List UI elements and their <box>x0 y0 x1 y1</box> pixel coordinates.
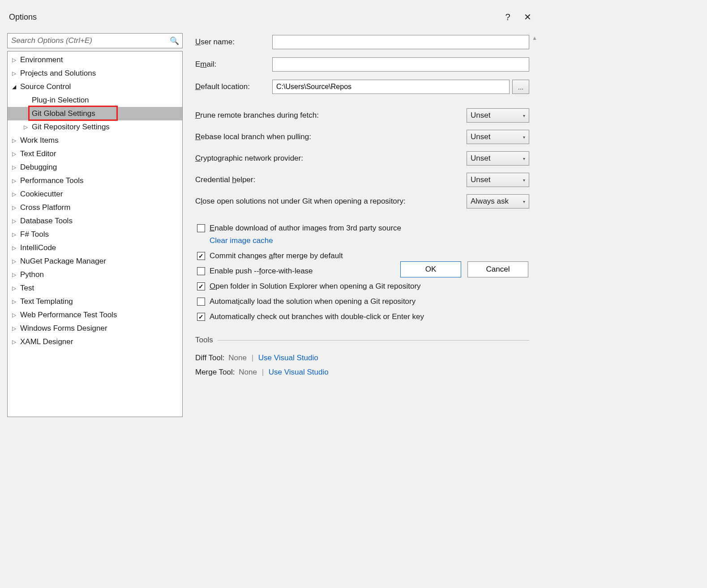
cancel-button[interactable]: Cancel <box>467 261 528 277</box>
scroll-up-icon[interactable]: ▲ <box>532 35 537 41</box>
tree-node[interactable]: ▷Text Editor <box>8 147 182 161</box>
auto-load-label: Automatically load the solution when ope… <box>210 297 416 306</box>
tree-node[interactable]: ▷XAML Designer <box>8 335 182 349</box>
expander-collapsed-icon[interactable]: ▷ <box>12 178 20 184</box>
chevron-down-icon: ▾ <box>523 199 525 204</box>
username-input[interactable] <box>272 35 529 49</box>
prune-label: Prune remote branches during fetch: <box>195 111 467 120</box>
location-label: Default location: <box>195 82 272 91</box>
tree-node[interactable]: ▷Work Items <box>8 134 182 147</box>
tree-node[interactable]: ◢Source Control <box>8 80 182 94</box>
expander-collapsed-icon[interactable]: ▷ <box>12 70 20 77</box>
merge-tool-label: Merge Tool: <box>195 368 235 376</box>
expander-collapsed-icon[interactable]: ▷ <box>12 312 20 318</box>
open-folder-checkbox[interactable] <box>197 282 205 290</box>
crypto-label: Cryptographic network provider: <box>195 154 467 163</box>
tree-node-label: Test <box>20 284 34 293</box>
tree-node[interactable]: ▷NuGet Package Manager <box>8 255 182 268</box>
tree-node[interactable]: ▷Debugging <box>8 161 182 174</box>
tree-node[interactable]: ▷Cross Platform <box>8 201 182 214</box>
close-button[interactable]: ✕ <box>518 12 537 22</box>
tree-node-label: Plug-in Selection <box>32 96 89 105</box>
tree-node[interactable]: ▷Text Templating <box>8 295 182 308</box>
tree-node-label: Text Templating <box>20 297 73 306</box>
tree-node[interactable]: Plug-in Selection <box>8 94 182 107</box>
tree-node-label: XAML Designer <box>20 337 73 346</box>
tree-node-label: Web Performance Test Tools <box>20 311 117 320</box>
diff-use-vs-link[interactable]: Use Visual Studio <box>258 354 318 362</box>
chevron-down-icon: ▾ <box>523 113 525 118</box>
author-images-checkbox[interactable] <box>197 224 205 232</box>
merge-use-vs-link[interactable]: Use Visual Studio <box>269 368 329 376</box>
expander-collapsed-icon[interactable]: ▷ <box>12 164 20 170</box>
email-label: Email: <box>195 60 272 69</box>
tree-node-label: Git Repository Settings <box>32 123 110 132</box>
open-folder-label: Open folder in Solution Explorer when op… <box>210 282 421 291</box>
tree-node[interactable]: ▷F# Tools <box>8 228 182 241</box>
tree-node-label: Windows Forms Designer <box>20 324 107 333</box>
clear-cache-link[interactable]: Clear image cache <box>210 236 273 245</box>
options-tree[interactable]: ▷Environment▷Projects and Solutions◢Sour… <box>7 51 183 417</box>
tree-node[interactable]: ▷Windows Forms Designer <box>8 322 182 335</box>
expander-collapsed-icon[interactable]: ▷ <box>12 151 20 157</box>
auto-load-checkbox[interactable] <box>197 298 205 306</box>
expander-collapsed-icon[interactable]: ▷ <box>12 339 20 345</box>
expander-collapsed-icon[interactable]: ▷ <box>12 272 20 278</box>
expander-collapsed-icon[interactable]: ▷ <box>12 231 20 238</box>
commit-merge-checkbox[interactable] <box>197 252 205 260</box>
location-input[interactable] <box>272 80 510 94</box>
expander-expanded-icon[interactable]: ◢ <box>12 84 20 90</box>
tree-node-label: Work Items <box>20 136 59 145</box>
dialog-title: Options <box>9 13 498 22</box>
expander-collapsed-icon[interactable]: ▷ <box>12 191 20 197</box>
author-images-label: Enable download of author images from 3r… <box>210 224 401 233</box>
tree-node[interactable]: ▷Projects and Solutions <box>8 67 182 80</box>
search-input[interactable] <box>7 33 183 48</box>
tree-node[interactable]: ▷Cookiecutter <box>8 187 182 201</box>
tree-node[interactable]: ▷Git Repository Settings <box>8 120 182 134</box>
help-button[interactable]: ? <box>498 12 518 22</box>
expander-collapsed-icon[interactable]: ▷ <box>12 325 20 332</box>
cred-select[interactable]: Unset ▾ <box>467 173 529 187</box>
tree-node[interactable]: ▷Python <box>8 268 182 281</box>
force-lease-checkbox[interactable] <box>197 267 205 275</box>
prune-select[interactable]: Unset ▾ <box>467 108 529 123</box>
tree-node[interactable]: ▷IntelliCode <box>8 241 182 255</box>
expander-collapsed-icon[interactable]: ▷ <box>12 205 20 211</box>
tree-node[interactable]: Git Global Settings <box>8 107 182 120</box>
commit-merge-label: Commit changes after merge by default <box>210 251 343 260</box>
expander-collapsed-icon[interactable]: ▷ <box>12 258 20 264</box>
ok-button[interactable]: OK <box>400 261 461 277</box>
chevron-down-icon: ▾ <box>523 156 525 161</box>
tree-node-label: Source Control <box>20 82 71 91</box>
diff-tool-label: Diff Tool: <box>195 354 225 362</box>
expander-collapsed-icon[interactable]: ▷ <box>12 285 20 291</box>
rebase-select[interactable]: Unset ▾ <box>467 130 529 144</box>
expander-collapsed-icon[interactable]: ▷ <box>12 137 20 144</box>
auto-checkout-checkbox[interactable] <box>197 313 205 321</box>
rebase-label: Rebase local branch when pulling: <box>195 132 467 141</box>
tree-node-label: Python <box>20 270 44 279</box>
expander-collapsed-icon[interactable]: ▷ <box>24 124 32 130</box>
tree-node[interactable]: ▷Performance Tools <box>8 174 182 187</box>
cred-label: Credential helper: <box>195 175 467 184</box>
tree-node[interactable]: ▷Database Tools <box>8 214 182 228</box>
tree-node[interactable]: ▷Environment <box>8 53 182 67</box>
expander-collapsed-icon[interactable]: ▷ <box>12 298 20 305</box>
tree-node-label: Environment <box>20 55 63 64</box>
tree-node[interactable]: ▷Test <box>8 281 182 295</box>
close-select[interactable]: Always ask ▾ <box>467 194 529 209</box>
crypto-select[interactable]: Unset ▾ <box>467 151 529 166</box>
tree-node[interactable]: ▷Web Performance Test Tools <box>8 308 182 322</box>
email-input[interactable] <box>272 57 529 72</box>
tree-node-label: Projects and Solutions <box>20 69 96 78</box>
tree-node-label: Debugging <box>20 163 57 172</box>
expander-collapsed-icon[interactable]: ▷ <box>12 218 20 224</box>
chevron-down-icon: ▾ <box>523 135 525 140</box>
tree-node-label: Git Global Settings <box>32 109 95 118</box>
force-lease-label: Enable push --force-with-lease <box>210 267 313 276</box>
browse-button[interactable]: ... <box>512 80 529 94</box>
expander-collapsed-icon[interactable]: ▷ <box>12 245 20 251</box>
expander-collapsed-icon[interactable]: ▷ <box>12 57 20 63</box>
tree-node-label: Text Editor <box>20 149 56 158</box>
